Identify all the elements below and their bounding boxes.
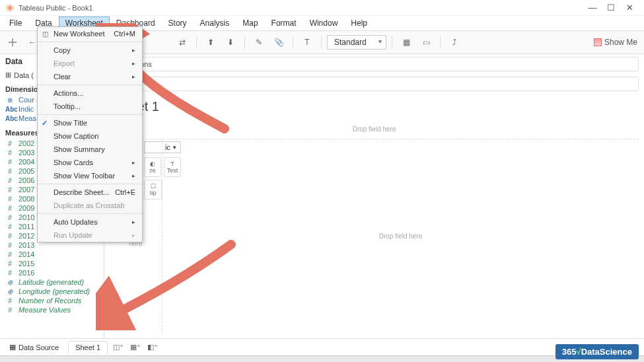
menu-help[interactable]: Help [344,17,374,30]
title-bar: Tableau Public - Book1 — ☐ ✕ [0,0,644,16]
menu-new-worksheet[interactable]: ◫ New WorksheetCtrl+M [38,27,142,40]
sort-asc-icon[interactable]: ⬆ [202,34,219,51]
presentation-icon[interactable]: ▭ [417,34,435,51]
status-bar [0,355,644,362]
data-source-tab-icon: ▦ [9,343,16,351]
generated-field[interactable]: #Number of Records [0,296,104,305]
generated-label: Number of Records [18,297,81,305]
measure-field[interactable]: #2015 [0,259,104,268]
new-worksheet-icon: ◫ [40,29,50,38]
worksheet-dropdown-menu: ◫ New WorksheetCtrl+M Copy▸ Export▸ Clea… [37,26,143,242]
hash-icon: # [5,260,15,268]
text-icon[interactable]: T [299,34,316,51]
globe-icon: ⊕ [5,288,15,295]
highlight-icon[interactable]: ✎ [250,34,268,51]
share-icon[interactable]: ⤴ [446,34,463,51]
marks-text[interactable]: TText [164,157,181,177]
tableau-logo-icon [5,3,15,13]
menu-export[interactable]: Export▸ [38,57,142,70]
globe-icon: ⊕ [5,279,15,286]
hash-icon: # [5,242,15,249]
marks-type-dropdown[interactable]: ic ▾ [144,141,181,153]
measure-label: 2014 [18,250,34,258]
hash-icon: # [5,196,15,203]
menu-clear[interactable]: Clear▸ [38,70,142,83]
sort-desc-icon[interactable]: ⬇ [222,34,239,51]
rows-shelf[interactable]: ≡ Rows [110,77,639,91]
maximize-button[interactable]: ☐ [602,3,620,13]
menu-auto-updates[interactable]: Auto Updates▸ [38,215,142,229]
hash-icon: # [5,297,15,305]
measure-label: 2016 [18,269,34,277]
columns-shelf[interactable]: iii Columns [110,57,639,71]
measure-field[interactable]: #2016 [0,268,104,277]
menu-show-view-toolbar[interactable]: Show View Toolbar▸ [38,169,142,182]
drop-columns-area[interactable]: Drop field here [110,120,639,139]
swap-icon[interactable]: ⇄ [174,34,191,51]
sheet-tabs: ▦Data Source Sheet 1 ◫⁺ ▦⁺ ◧⁺ [0,338,644,355]
hash-icon: # [5,307,15,314]
close-button[interactable]: ✕ [620,3,639,13]
measure-label: 2003 [18,149,34,157]
fit-dropdown[interactable]: Standard [327,35,386,50]
menu-show-summary[interactable]: Show Summary [38,143,142,156]
measure-label: 2004 [18,158,34,166]
measure-label: 2009 [18,204,34,212]
hash-icon: # [5,168,15,175]
menu-actions[interactable]: Actions... [38,87,142,100]
menu-show-title[interactable]: ✓Show Title [38,116,142,129]
new-dashboard-tab-button[interactable]: ▦⁺ [129,341,142,354]
new-story-tab-button[interactable]: ◧⁺ [146,341,159,354]
hash-icon: # [5,223,15,231]
hash-icon: # [5,149,15,157]
tableau-icon[interactable] [4,34,21,51]
globe-icon: ⊕ [5,96,15,104]
dimension-label: Indic [18,105,34,113]
menu-show-cards[interactable]: Show Cards▸ [38,156,142,169]
menu-copy[interactable]: Copy▸ [38,44,142,57]
minimize-button[interactable]: — [583,3,602,13]
generated-label: Longitude (generated) [18,287,90,295]
measure-label: 2002 [18,139,34,147]
generated-field[interactable]: ⊕Latitude (generated) [0,277,104,287]
menu-duplicate-crosstab[interactable]: Duplicate as Crosstab [38,199,142,212]
menu-window[interactable]: Window [303,17,345,30]
measure-label: 2006 [18,176,34,184]
show-me-button[interactable]: Show Me [594,38,637,47]
menu-file[interactable]: File [3,17,28,30]
measure-label: 2015 [18,260,34,268]
hash-icon: # [5,140,15,147]
measure-field[interactable]: #2014 [0,250,104,259]
attach-icon[interactable]: 📎 [270,34,287,51]
worksheet-canvas: iii Columns ≡ Rows Sheet 1 Drop field he… [104,54,644,338]
measure-label: 2011 [18,223,34,231]
data-source-tab[interactable]: ▦Data Source [4,341,64,353]
hash-icon: # [5,159,15,166]
menu-show-caption[interactable]: Show Caption [38,129,142,143]
menu-story[interactable]: Story [162,17,194,30]
generated-field[interactable]: ⊕Longitude (generated) [0,287,104,296]
menu-map[interactable]: Map [236,17,264,30]
menu-run-update[interactable]: Run Update▸ [38,229,142,242]
menu-analysis[interactable]: Analysis [194,17,236,30]
cards-icon[interactable]: ▦ [398,34,415,51]
window-title: Tableau Public - Book1 [18,4,583,12]
sheet1-tab[interactable]: Sheet 1 [68,341,108,353]
marks-size[interactable]: ◐ze [144,157,161,177]
new-worksheet-tab-button[interactable]: ◫⁺ [112,341,125,354]
marks-tooltip[interactable]: ☐tip [144,180,162,199]
measure-label: 2005 [18,167,34,175]
hash-icon: # [5,177,15,184]
show-me-icon [594,38,602,46]
dimension-label: Meas [18,114,36,122]
hash-icon: # [5,205,15,212]
drop-main-area[interactable]: Drop field here [162,139,639,333]
measure-label: 2010 [18,213,34,221]
sheet-title[interactable]: Sheet 1 [104,94,644,117]
menu-describe-sheet[interactable]: Describe Sheet...Ctrl+E [38,186,142,199]
menu-tooltip[interactable]: Tooltip... [38,100,142,113]
generated-field[interactable]: #Measure Values [0,305,104,314]
hash-icon: # [5,214,15,221]
menu-format[interactable]: Format [265,17,303,30]
hash-icon: # [5,186,15,194]
